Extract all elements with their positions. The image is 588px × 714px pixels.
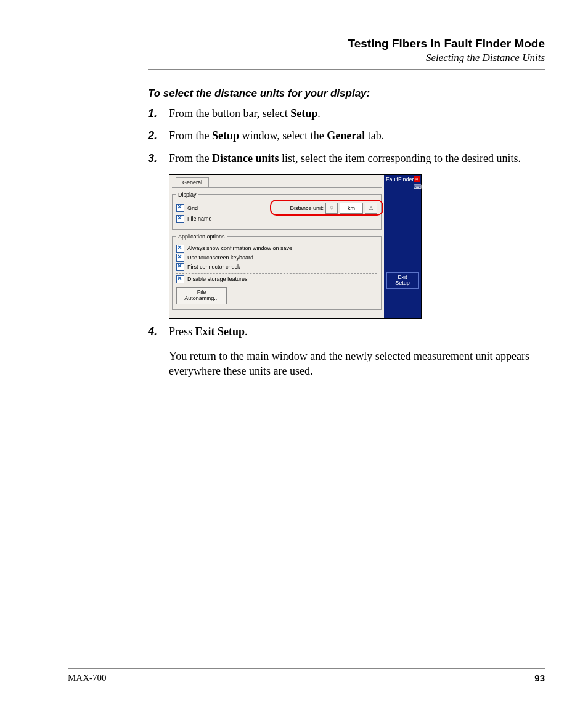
header-rule — [148, 69, 545, 70]
checkbox-first-connector-label: First connector check — [187, 264, 240, 270]
checkbox-grid[interactable] — [176, 204, 184, 212]
distance-unit-down-button[interactable]: ▽ — [325, 203, 338, 214]
checkbox-touch-keyboard-label: Use touchscreen keyboard — [187, 254, 253, 261]
step-number: 2. — [148, 128, 169, 143]
intro-heading: To select the distance units for your di… — [148, 87, 545, 100]
step-3: 3. From the Distance units list, select … — [148, 151, 545, 166]
checkbox-grid-label: Grid — [187, 205, 198, 211]
app-screenshot: General Display Grid Distance unit: ▽ km… — [169, 174, 422, 319]
footer-model: MAX-700 — [68, 673, 107, 683]
step-number: 3. — [148, 151, 169, 166]
step-number: 1. — [148, 106, 169, 121]
distance-unit-up-button[interactable]: △ — [365, 203, 377, 214]
page-header: Testing Fibers in Fault Finder Mode Sele… — [148, 37, 545, 70]
checkbox-filename[interactable] — [176, 215, 184, 223]
group-application-options: Application options Always show confirma… — [172, 233, 382, 310]
tab-row: General — [172, 177, 382, 188]
group-display-legend: Display — [176, 192, 198, 198]
closing-paragraph: You return to the main window and the ne… — [169, 349, 545, 379]
checkbox-first-connector[interactable] — [176, 263, 184, 271]
group-application-legend: Application options — [176, 233, 227, 240]
step-4: 4. Press Exit Setup. — [148, 324, 545, 339]
checkbox-confirm-save-label: Always show confirmation window on save — [187, 245, 292, 251]
step-2: 2. From the Setup window, select the Gen… — [148, 128, 545, 143]
step-list: 1. From the button bar, select Setup. 2.… — [148, 106, 545, 166]
checkbox-disable-storage[interactable] — [176, 275, 184, 283]
close-icon[interactable]: × — [414, 176, 420, 182]
tab-general[interactable]: General — [176, 177, 209, 187]
step-1: 1. From the button bar, select Setup. — [148, 106, 545, 121]
file-autonaming-button[interactable]: File Autonaming... — [176, 287, 227, 304]
checkbox-touch-keyboard[interactable] — [176, 254, 184, 262]
distance-unit-value: km — [340, 203, 363, 214]
step-list-continued: 4. Press Exit Setup. — [148, 324, 545, 339]
page-footer: MAX-700 93 — [68, 668, 545, 683]
step-text: Press Exit Setup. — [169, 324, 545, 339]
checkbox-filename-label: File name — [187, 216, 212, 222]
group-display: Display Grid Distance unit: ▽ km △ File … — [172, 192, 382, 230]
step-text: From the Distance units list, select the… — [169, 151, 545, 166]
step-text: From the Setup window, select the Genera… — [169, 128, 545, 143]
header-title: Testing Fibers in Fault Finder Mode — [148, 37, 545, 51]
sidebar: FaultFinder × ⌨ Exit Setup — [384, 175, 421, 318]
footer-page-number: 93 — [534, 673, 545, 683]
checkbox-confirm-save[interactable] — [176, 245, 184, 253]
header-subtitle: Selecting the Distance Units — [148, 52, 545, 64]
distance-unit-label: Distance unit: — [290, 205, 324, 211]
step-number: 4. — [148, 324, 169, 339]
exit-setup-button[interactable]: Exit Setup — [386, 272, 419, 289]
footer-rule — [68, 668, 545, 669]
keyboard-icon[interactable]: ⌨ — [414, 184, 420, 190]
checkbox-disable-storage-label: Disable storage features — [187, 276, 248, 282]
step-text: From the button bar, select Setup. — [169, 106, 545, 121]
